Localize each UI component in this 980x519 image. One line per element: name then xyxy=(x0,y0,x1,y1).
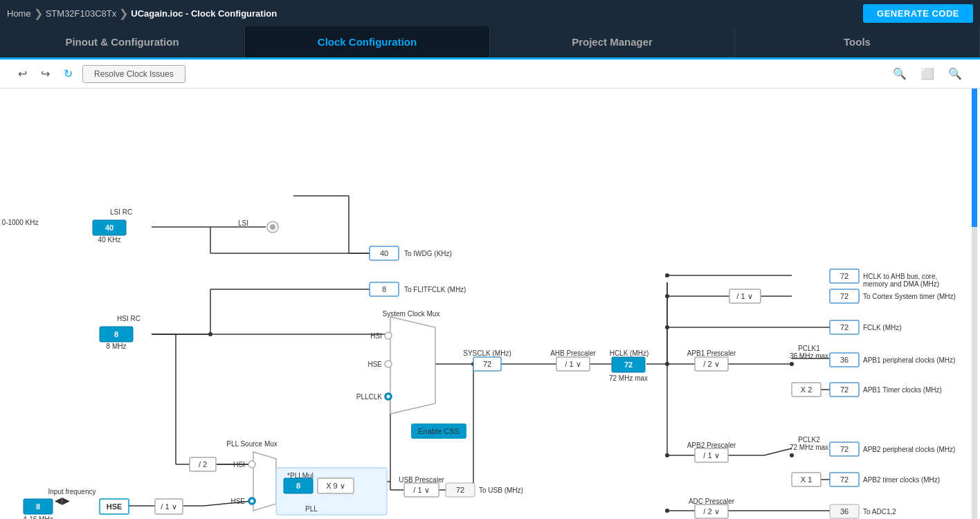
svg-text:APB2 peripheral clocks (MHz): APB2 peripheral clocks (MHz) xyxy=(863,446,955,453)
svg-point-66 xyxy=(790,453,794,457)
svg-text:APB1 peripheral clocks (MHz): APB1 peripheral clocks (MHz) xyxy=(863,356,955,364)
svg-text:◀▶: ◀▶ xyxy=(55,495,70,506)
svg-point-64 xyxy=(665,509,669,513)
redo-icon[interactable]: ↪ xyxy=(37,64,54,83)
svg-text:LSI RC: LSI RC xyxy=(110,208,132,216)
breadcrumb-sep-1: ❯ xyxy=(34,7,43,20)
svg-text:/ 1 ∨: / 1 ∨ xyxy=(703,451,719,459)
breadcrumb-current[interactable]: UCagain.ioc - Clock Configuration xyxy=(131,8,277,19)
breadcrumb-sep-2: ❯ xyxy=(119,7,128,20)
svg-text:memory and DMA (MHz): memory and DMA (MHz) xyxy=(863,280,939,288)
svg-text:0-1000 KHz: 0-1000 KHz xyxy=(2,219,39,226)
svg-point-95 xyxy=(387,395,390,399)
svg-text:/ 1 ∨: / 1 ∨ xyxy=(161,502,176,511)
svg-text:Enable CSS: Enable CSS xyxy=(418,427,460,435)
svg-text:72: 72 xyxy=(840,292,849,300)
svg-text:SYSCLK (MHz): SYSCLK (MHz) xyxy=(463,349,511,357)
zoom-in-icon[interactable]: 🔍 xyxy=(889,64,911,83)
svg-point-155 xyxy=(248,461,255,468)
clock-diagram: LSI RC 40 40 KHz 0-1000 KHz LSI 40 To IW… xyxy=(0,89,980,519)
svg-text:To IWDG (KHz): To IWDG (KHz) xyxy=(404,250,452,257)
svg-text:72: 72 xyxy=(624,361,633,369)
tab-bar: Pinout & Configuration Clock Configurati… xyxy=(0,26,980,60)
svg-text:8: 8 xyxy=(382,285,386,293)
toolbar: ↩ ↪ ↻ Resolve Clock Issues 🔍 ⬜ 🔍 xyxy=(0,60,980,89)
svg-text:APB2 timer clocks (MHz): APB2 timer clocks (MHz) xyxy=(863,476,940,484)
svg-text:PLL Source Mux: PLL Source Mux xyxy=(226,440,278,448)
svg-text:72: 72 xyxy=(840,323,849,331)
resolve-clock-button[interactable]: Resolve Clock Issues xyxy=(82,65,185,83)
svg-text:4-16 MHz: 4-16 MHz xyxy=(23,516,53,520)
svg-text:36 MHz max: 36 MHz max xyxy=(790,352,828,360)
svg-text:X 2: X 2 xyxy=(801,385,813,394)
tab-clock[interactable]: Clock Configuration xyxy=(245,26,490,57)
svg-text:/ 2 ∨: / 2 ∨ xyxy=(703,360,719,368)
svg-point-90 xyxy=(385,332,392,339)
generate-code-button[interactable]: GENERATE CODE xyxy=(863,4,973,23)
svg-text:HSI: HSI xyxy=(233,461,245,468)
svg-text:LSI: LSI xyxy=(238,219,248,227)
svg-point-62 xyxy=(665,325,669,329)
svg-point-92 xyxy=(385,361,392,367)
svg-text:PCLK2: PCLK2 xyxy=(798,436,820,444)
fit-icon[interactable]: ⬜ xyxy=(916,64,938,83)
svg-point-60 xyxy=(665,273,669,277)
svg-text:8 MHz: 8 MHz xyxy=(107,343,127,350)
svg-text:ADC Prescaler: ADC Prescaler xyxy=(689,498,735,505)
svg-point-11 xyxy=(208,332,212,336)
svg-text:APB2 Prescaler: APB2 Prescaler xyxy=(687,441,736,449)
svg-text:72: 72 xyxy=(456,486,464,494)
svg-text:HSE: HSE xyxy=(230,498,245,505)
svg-text:AHB Prescaler: AHB Prescaler xyxy=(550,349,596,357)
svg-text:8: 8 xyxy=(296,482,300,490)
svg-point-65 xyxy=(790,362,794,366)
breadcrumb-chip[interactable]: STM32F103C8Tx xyxy=(46,8,117,19)
svg-text:System Clock Mux: System Clock Mux xyxy=(383,310,440,318)
tab-tools[interactable]: Tools xyxy=(735,26,980,57)
zoom-out-icon[interactable]: 🔍 xyxy=(944,64,966,83)
svg-text:/ 1 ∨: / 1 ∨ xyxy=(736,292,752,300)
svg-text:X 1: X 1 xyxy=(801,475,813,484)
svg-point-61 xyxy=(665,294,669,298)
svg-text:/ 2 ∨: / 2 ∨ xyxy=(703,507,719,516)
svg-text:40 KHz: 40 KHz xyxy=(98,236,121,244)
svg-text:72: 72 xyxy=(840,475,849,484)
svg-text:To USB (MHz): To USB (MHz) xyxy=(479,486,523,494)
svg-text:/ 2: / 2 xyxy=(199,460,207,468)
svg-text:HSE: HSE xyxy=(368,361,382,368)
svg-text:36: 36 xyxy=(840,507,849,516)
svg-point-74 xyxy=(270,224,275,230)
svg-text:HCLK to AHB bus, core,: HCLK to AHB bus, core, xyxy=(863,273,937,280)
svg-text:USB Prescaler: USB Prescaler xyxy=(399,476,444,484)
svg-text:X 9 ∨: X 9 ∨ xyxy=(326,482,345,490)
svg-marker-153 xyxy=(253,452,276,511)
svg-text:40: 40 xyxy=(105,224,114,232)
refresh-icon[interactable]: ↻ xyxy=(60,64,77,83)
svg-text:HSE: HSE xyxy=(107,502,122,511)
main-area: LSI RC 40 40 KHz 0-1000 KHz LSI 40 To IW… xyxy=(0,89,980,519)
top-nav: Home ❯ STM32F103C8Tx ❯ UCagain.ioc - Clo… xyxy=(0,0,980,26)
svg-rect-182 xyxy=(972,89,977,227)
svg-text:To ADC1,2: To ADC1,2 xyxy=(863,508,896,516)
svg-text:8: 8 xyxy=(114,330,118,338)
svg-text:To FLITFCLK (MHz): To FLITFCLK (MHz) xyxy=(404,286,466,293)
svg-text:/ 1 ∨: / 1 ∨ xyxy=(413,486,429,494)
svg-text:HSI: HSI xyxy=(370,332,382,340)
svg-text:72: 72 xyxy=(840,445,849,453)
svg-text:72: 72 xyxy=(483,360,491,368)
svg-text:PLL: PLL xyxy=(305,505,318,513)
svg-text:To Cortex System timer (MHz): To Cortex System timer (MHz) xyxy=(863,293,956,300)
svg-text:APB1 Timer clocks (MHz): APB1 Timer clocks (MHz) xyxy=(863,386,942,394)
undo-icon[interactable]: ↩ xyxy=(14,64,31,83)
breadcrumb-home[interactable]: Home xyxy=(7,8,31,19)
svg-text:PLLCLK: PLLCLK xyxy=(356,393,383,401)
tab-project[interactable]: Project Manager xyxy=(490,26,735,57)
svg-point-158 xyxy=(251,500,254,503)
svg-text:Input frequency: Input frequency xyxy=(48,488,96,495)
tab-pinout[interactable]: Pinout & Configuration xyxy=(0,26,245,57)
svg-text:/ 1 ∨: / 1 ∨ xyxy=(565,360,581,368)
svg-text:72 MHz max: 72 MHz max xyxy=(790,444,828,451)
svg-text:FCLK (MHz): FCLK (MHz) xyxy=(863,324,902,331)
svg-marker-88 xyxy=(390,317,435,414)
svg-text:HCLK (MHz): HCLK (MHz) xyxy=(610,349,649,357)
